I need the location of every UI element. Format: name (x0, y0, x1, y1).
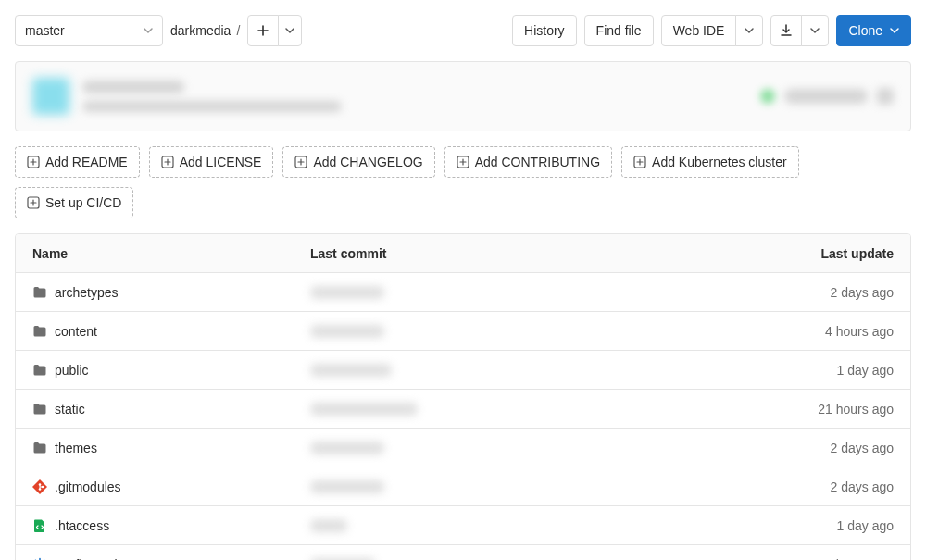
breadcrumb-repo[interactable]: darkmedia (170, 23, 231, 38)
add-dropdown-toggle[interactable] (278, 15, 302, 46)
commit-redacted (310, 364, 392, 377)
table-row: .gitmodules2 days ago (16, 467, 910, 506)
table-row: public1 day ago (16, 351, 910, 390)
last-commit-panel[interactable] (15, 61, 911, 131)
cell-name: public (32, 363, 310, 378)
file-tree-table: Name Last commit Last update archetypes2… (15, 233, 911, 560)
download-dropdown[interactable] (801, 15, 829, 46)
table-row: themes2 days ago (16, 429, 910, 467)
chevron-down-icon (890, 26, 899, 35)
cell-commit (310, 364, 708, 377)
chevron-down-icon (810, 26, 820, 35)
suggestion-label: Add CHANGELOG (313, 155, 422, 169)
cell-update: 1 day ago (708, 518, 894, 533)
cell-name: archetypes (32, 285, 310, 300)
commit-redacted (310, 403, 418, 416)
find-file-button[interactable]: Find file (584, 15, 654, 46)
clone-button[interactable]: Clone (836, 15, 911, 46)
breadcrumb-separator: / (236, 23, 240, 38)
add-button[interactable] (247, 15, 279, 46)
history-button[interactable]: History (512, 15, 577, 46)
cell-commit (310, 325, 708, 338)
commit-meta-redacted (760, 88, 894, 105)
plus-box-icon (161, 156, 174, 168)
cell-update: 1 day ago (708, 363, 894, 378)
chevron-down-icon (745, 26, 754, 35)
commit-redacted (310, 286, 384, 299)
web-ide-group: Web IDE (661, 15, 764, 46)
table-row: static21 hours ago (16, 390, 910, 429)
cell-name: themes (32, 441, 310, 455)
table-row: .htaccess1 day ago (16, 506, 910, 545)
cell-name: .gitmodules (32, 479, 310, 494)
commit-redacted (310, 325, 384, 338)
suggestion-label: Set up CI/CD (45, 195, 121, 210)
cell-name: static (32, 402, 310, 417)
chevron-down-icon (144, 26, 153, 35)
suggestion-label: Add README (45, 155, 128, 169)
plus-box-icon (294, 156, 307, 168)
file-link[interactable]: themes (55, 441, 97, 455)
header-commit: Last commit (310, 246, 708, 261)
suggestion-button[interactable]: Set up CI/CD (15, 187, 133, 218)
commit-redacted (310, 480, 384, 493)
suggestion-button[interactable]: Add CONTRIBUTING (444, 146, 612, 178)
cell-name: content (32, 324, 310, 339)
table-row: content4 hours ago (16, 312, 910, 351)
branch-selector[interactable]: master (15, 15, 163, 46)
suggestion-label: Add CONTRIBUTING (475, 155, 600, 169)
table-row: config.toml2 hours ago (16, 545, 910, 560)
branch-name: master (25, 23, 65, 38)
avatar (32, 78, 69, 115)
cell-update: 2 days ago (708, 441, 894, 455)
commit-info-redacted (82, 81, 342, 112)
plus-icon (257, 24, 269, 37)
code-file-icon (32, 518, 47, 533)
suggestion-button[interactable]: Add Kubernetes cluster (621, 146, 799, 178)
plus-box-icon (457, 156, 469, 168)
git-icon (32, 479, 47, 494)
plus-box-icon (27, 156, 40, 168)
cell-update: 21 hours ago (708, 402, 894, 417)
file-link[interactable]: static (55, 402, 85, 417)
repo-top-bar: master darkmedia / History Find file Web… (15, 15, 911, 46)
suggestion-label: Add Kubernetes cluster (652, 155, 787, 169)
suggestion-button[interactable]: Add README (15, 146, 140, 178)
file-link[interactable]: .gitmodules (55, 479, 121, 494)
folder-icon (32, 324, 47, 339)
repo-suggestions: Add READMEAdd LICENSEAdd CHANGELOGAdd CO… (15, 146, 911, 218)
cell-commit (310, 519, 708, 532)
folder-icon (32, 402, 47, 417)
download-icon (779, 23, 794, 38)
clone-label: Clone (848, 23, 882, 38)
cell-commit (310, 403, 708, 416)
plus-box-icon (27, 196, 40, 209)
table-header: Name Last commit Last update (16, 234, 910, 273)
cell-commit (310, 442, 708, 454)
web-ide-dropdown[interactable] (735, 15, 763, 46)
folder-icon (32, 441, 47, 455)
file-link[interactable]: public (55, 363, 89, 378)
cell-commit (310, 480, 708, 493)
breadcrumb: darkmedia / (170, 23, 240, 38)
suggestion-button[interactable]: Add CHANGELOG (282, 146, 434, 178)
folder-icon (32, 363, 47, 378)
cell-update: 2 days ago (708, 285, 894, 300)
chevron-down-icon (285, 26, 294, 35)
table-row: archetypes2 days ago (16, 273, 910, 312)
cell-name: .htaccess (32, 518, 310, 533)
download-group (770, 15, 829, 46)
file-link[interactable]: .htaccess (55, 518, 109, 533)
cell-commit (310, 286, 708, 299)
header-update: Last update (708, 246, 894, 261)
suggestion-button[interactable]: Add LICENSE (149, 146, 274, 178)
add-dropdown[interactable] (247, 15, 302, 46)
web-ide-button[interactable]: Web IDE (661, 15, 737, 46)
plus-box-icon (633, 156, 646, 168)
cell-update: 4 hours ago (708, 324, 894, 339)
file-link[interactable]: content (55, 324, 97, 339)
file-link[interactable]: archetypes (55, 285, 118, 300)
download-button[interactable] (770, 15, 802, 46)
commit-redacted (310, 442, 384, 454)
folder-icon (32, 285, 47, 300)
